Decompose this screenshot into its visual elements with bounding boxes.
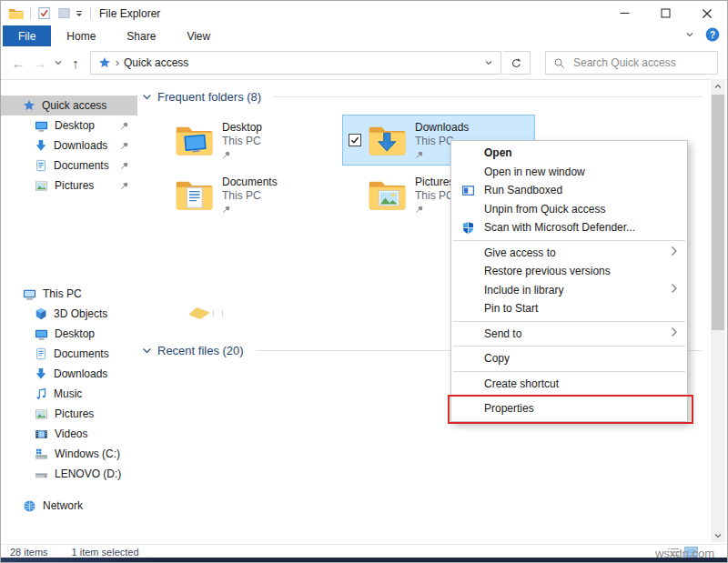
network-icon [23,499,36,513]
context-menu-item-restore-previous-versions[interactable]: Restore previous versions [451,262,687,281]
context-menu-item-give-access-to[interactable]: Give access to [451,244,687,263]
sidebar-item-documents[interactable]: Documents [1,156,137,176]
windows-drive-icon [35,447,48,461]
context-menu-item-include-in-library[interactable]: Include in library [451,281,687,300]
context-menu-item-label: Copy [484,352,687,365]
scrollbar-thumb[interactable] [712,95,724,330]
maximize-button[interactable] [645,1,686,25]
context-menu-item-open[interactable]: Open [451,144,687,163]
context-menu-separator [453,346,685,347]
folder-location: This PC [222,135,262,147]
star-icon [23,99,35,112]
sidebar-item-pictures[interactable]: Pictures [1,176,137,196]
checkbox[interactable] [349,134,361,146]
qat-new-folder-icon[interactable] [57,6,71,20]
pin-icon [120,141,129,150]
collapse-section-icon[interactable] [142,92,152,102]
context-menu-item-run-sandboxed[interactable]: Run Sandboxed [451,181,687,200]
sidebar-item-label: LENOVO (D:) [55,467,121,480]
selection-count: 1 item selected [72,547,139,558]
sidebar-item-network[interactable]: Network [1,496,137,516]
context-menu-item-label: Scan with Microsoft Defender... [484,221,687,234]
checkbox-area[interactable] [343,134,367,146]
search-input[interactable] [571,55,710,70]
address-dropdown-icon[interactable] [484,58,493,67]
context-menu-separator [453,371,685,372]
sidebar-item-documents[interactable]: Documents [1,344,137,364]
sidebar-item-3d-objects[interactable]: 3D Objects [1,304,137,324]
sidebar-item-label: Downloads [54,367,107,380]
context-menu-item-label: Open in new window [484,166,687,178]
ribbon-collapse-icon[interactable] [685,30,694,39]
pin-icon [222,204,278,214]
folder-desktop-icon [174,120,214,160]
folder-documents-icon [174,175,214,215]
pictures-icon [35,179,48,193]
sidebar-item-desktop[interactable]: Desktop [1,116,137,136]
folder-tile-desktop[interactable]: DesktopThis PC [149,115,342,166]
sidebar-item-desktop[interactable]: Desktop [1,324,137,344]
sidebar-item-label: 3D Objects [54,307,107,320]
section-header-frequent-folders[interactable]: Frequent folders (8) [142,90,702,104]
cube-icon [35,307,47,320]
sidebar-item-quick-access[interactable]: Quick access [1,96,137,116]
tab-view[interactable]: View [171,25,226,46]
vertical-scrollbar[interactable] [711,79,725,542]
recent-locations-icon[interactable] [52,51,65,75]
divider [274,96,702,97]
context-menu-separator [453,240,685,241]
sidebar-item-lenovo-d[interactable]: LENOVO (D:) [1,464,137,484]
context-menu-item-properties[interactable]: Properties [451,399,687,418]
context-menu-item-pin-to-start[interactable]: Pin to Start [451,299,687,318]
defender-icon [459,221,477,235]
refresh-button[interactable] [503,51,531,75]
tab-home[interactable]: Home [51,25,111,46]
sidebar-item-label: Music [54,387,82,400]
scroll-down-icon[interactable] [711,528,725,542]
breadcrumb[interactable]: Quick access [124,56,188,69]
help-icon[interactable]: ? [705,27,720,42]
context-menu-item-create-shortcut[interactable]: Create shortcut [451,375,687,394]
navigation-pane: Quick accessDesktopDownloadsDocumentsPic… [1,79,137,542]
search-icon [553,57,565,69]
sidebar-item-pictures[interactable]: Pictures [1,404,137,424]
search-box[interactable] [545,51,718,75]
pin-icon [222,149,262,159]
context-menu-item-unpin-from-quick-access[interactable]: Unpin from Quick access [451,200,687,219]
context-menu-item-send-to[interactable]: Send to [451,325,687,344]
qat-customize-icon[interactable] [75,9,84,18]
pin-icon [120,161,129,170]
context-menu-separator [453,396,685,397]
sidebar-item-label: Videos [55,427,87,440]
folder-pictures-icon [367,175,407,215]
up-button[interactable]: ↑ [66,51,85,75]
collapse-section-icon[interactable] [142,346,152,356]
tab-file[interactable]: File [3,25,51,46]
sidebar-item-label: Windows (C:) [55,447,120,460]
sidebar-item-videos[interactable]: Videos [1,424,137,444]
sidebar-item-label: Desktop [55,119,95,132]
sidebar-item-downloads[interactable]: Downloads [1,136,137,156]
back-button[interactable]: ← [8,51,28,75]
sidebar-item-this-pc[interactable]: This PC [1,284,137,304]
address-bar[interactable]: › Quick access [90,51,501,75]
scroll-up-icon[interactable] [711,79,725,93]
sidebar-item-windows-c[interactable]: Windows (C:) [1,444,137,464]
quick-access-icon [98,56,111,69]
folder-name: Downloads [415,121,469,134]
close-button[interactable] [686,1,727,25]
context-menu-item-copy[interactable]: Copy [451,349,687,368]
qat-properties-icon[interactable] [37,6,51,20]
context-menu-item-scan-with-microsoft-defender[interactable]: Scan with Microsoft Defender... [451,218,687,237]
minimize-button[interactable] [604,1,645,25]
context-menu-item-label: Properties [484,402,687,415]
tab-share[interactable]: Share [111,25,171,46]
sidebar-item-music[interactable]: Music [1,384,137,404]
sidebar-item-downloads[interactable]: Downloads [1,364,137,384]
forward-button[interactable]: → [31,51,49,75]
sidebar-item-label: Documents [54,347,109,360]
folder-name: Desktop [222,121,262,134]
context-menu-item-open-in-new-window[interactable]: Open in new window [451,163,687,182]
folder-tile-documents[interactable]: DocumentsThis PC [149,169,342,220]
computer-icon [23,287,36,301]
